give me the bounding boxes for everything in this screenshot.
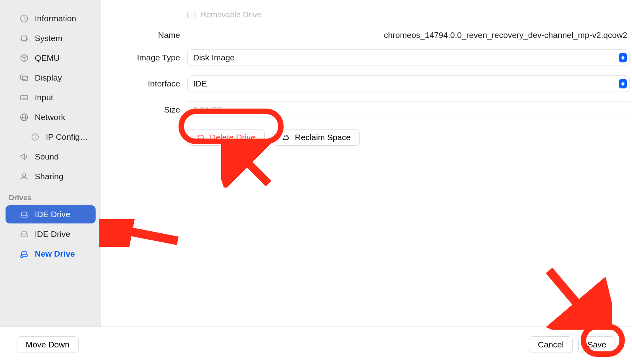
drive-settings-panel: Removable Drive Name chromeos_14794.0.0_… bbox=[101, 0, 632, 326]
keyboard-icon bbox=[19, 92, 29, 103]
globe-icon bbox=[19, 112, 29, 122]
delete-drive-label: Delete Drive bbox=[210, 133, 256, 142]
imagetype-value: Disk Image bbox=[193, 53, 235, 62]
sidebar-item-label: IP Config… bbox=[46, 132, 88, 142]
sidebar-item-sharing[interactable]: Sharing bbox=[6, 167, 96, 186]
display-icon bbox=[19, 73, 29, 83]
size-value: 2.34 GB bbox=[187, 105, 223, 114]
removable-drive-checkbox[interactable] bbox=[187, 11, 196, 19]
name-value: chromeos_14794.0.0_reven_recovery_dev-ch… bbox=[384, 30, 630, 40]
drives-header: Drives bbox=[0, 186, 101, 205]
sidebar-item-label: QEMU bbox=[35, 53, 60, 63]
svg-point-25 bbox=[35, 135, 36, 136]
drive-delete-icon bbox=[196, 133, 205, 142]
svg-point-26 bbox=[23, 174, 26, 177]
reclaim-space-button[interactable]: Reclaim Space bbox=[273, 129, 360, 146]
sidebar-item-label: Sharing bbox=[35, 172, 63, 181]
sidebar-item-network[interactable]: Network bbox=[6, 108, 96, 126]
sidebar-item-sound[interactable]: Sound bbox=[6, 148, 96, 166]
svg-point-30 bbox=[26, 236, 26, 236]
sidebar-item-ide-drive-1[interactable]: IDE Drive bbox=[6, 205, 96, 223]
svg-rect-3 bbox=[22, 36, 26, 41]
interface-value: IDE bbox=[193, 79, 207, 88]
cube-icon bbox=[19, 53, 29, 63]
svg-point-2 bbox=[24, 17, 24, 17]
info-icon bbox=[19, 13, 29, 24]
removable-drive-label: Removable Drive bbox=[201, 10, 261, 19]
sidebar-item-ide-drive-2[interactable]: IDE Drive bbox=[6, 225, 96, 243]
size-label: Size bbox=[122, 105, 187, 114]
drive-icon bbox=[19, 209, 29, 220]
name-label: Name bbox=[122, 30, 187, 40]
interface-select[interactable]: IDE bbox=[187, 75, 630, 92]
svg-point-28 bbox=[26, 216, 26, 217]
svg-rect-14 bbox=[23, 76, 28, 81]
footer: Move Down Cancel Save bbox=[0, 326, 632, 364]
sidebar-item-new-drive[interactable]: New Drive bbox=[6, 245, 96, 263]
sidebar-item-label: IDE Drive bbox=[35, 210, 70, 219]
chip-icon bbox=[19, 33, 29, 43]
sidebar-item-label: Network bbox=[35, 113, 65, 122]
removable-drive-row: Removable Drive bbox=[122, 8, 630, 26]
sidebar-item-label: System bbox=[35, 34, 62, 43]
sidebar-item-label: Input bbox=[35, 93, 53, 102]
imagetype-select[interactable]: Disk Image bbox=[187, 49, 630, 66]
cancel-button[interactable]: Cancel bbox=[529, 336, 573, 353]
sidebar-item-system[interactable]: System bbox=[6, 29, 96, 47]
svg-rect-13 bbox=[21, 75, 26, 79]
interface-label: Interface bbox=[122, 79, 187, 88]
sidebar-item-label: Information bbox=[35, 14, 76, 23]
person-icon bbox=[19, 171, 29, 182]
updown-icon bbox=[619, 79, 627, 88]
sidebar-item-information[interactable]: Information bbox=[6, 9, 96, 28]
updown-icon bbox=[619, 53, 627, 62]
delete-drive-button[interactable]: Delete Drive bbox=[187, 129, 265, 146]
sidebar-item-ipconfig[interactable]: IP Config… bbox=[6, 128, 96, 146]
speaker-icon bbox=[19, 152, 29, 162]
sidebar: Information System QEMU Display Input bbox=[0, 0, 101, 326]
recycle-icon bbox=[282, 133, 290, 142]
sidebar-item-label: New Drive bbox=[35, 249, 75, 259]
movedown-button[interactable]: Move Down bbox=[17, 336, 79, 353]
svg-rect-15 bbox=[21, 96, 28, 100]
sidebar-item-label: Display bbox=[35, 73, 62, 83]
drive-icon bbox=[19, 229, 29, 239]
sidebar-item-qemu[interactable]: QEMU bbox=[6, 49, 96, 67]
imagetype-label: Image Type bbox=[122, 53, 187, 62]
sidebar-item-display[interactable]: Display bbox=[6, 69, 96, 87]
sidebar-item-input[interactable]: Input bbox=[6, 88, 96, 107]
info-icon bbox=[30, 132, 40, 142]
sidebar-item-label: Sound bbox=[35, 152, 59, 161]
reclaim-space-label: Reclaim Space bbox=[295, 133, 351, 142]
sidebar-item-label: IDE Drive bbox=[35, 229, 70, 239]
save-button[interactable]: Save bbox=[578, 336, 615, 353]
drive-add-icon bbox=[19, 249, 29, 259]
